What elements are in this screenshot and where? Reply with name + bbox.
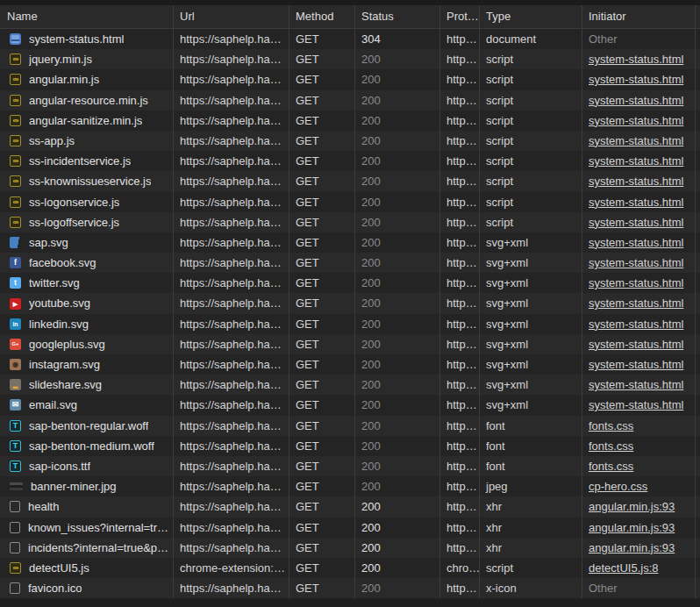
request-name: health [28, 496, 59, 517]
request-url: https://saphelp.ha… [173, 192, 289, 212]
initiator-link[interactable]: angular.min.js:93 [589, 541, 675, 554]
table-row[interactable]: t twitter.svg https://saphelp.ha… GET 20… [0, 273, 700, 293]
initiator-link[interactable]: system-status.html [589, 134, 683, 147]
name-cell: system-status.html [0, 29, 173, 49]
initiator-link[interactable]: system-status.html [589, 154, 683, 168]
initiator-cell: system-status.html [582, 192, 695, 212]
table-row[interactable]: «» ss-knownissueservice.js https://saphe… [0, 171, 700, 191]
column-header-type[interactable]: Type [479, 5, 582, 28]
column-header-initiator[interactable]: Initiator [582, 5, 695, 28]
request-status: 200 [354, 334, 439, 354]
request-status: 200 [354, 253, 439, 273]
initiator-link[interactable]: cp-hero.css [589, 480, 647, 493]
table-row[interactable]: «» ss-logoffservice.js https://saphelp.h… [0, 212, 700, 232]
table-row[interactable]: «» jquery.min.js https://saphelp.ha… GET… [0, 49, 700, 69]
initiator-link[interactable]: system-status.html [589, 73, 683, 86]
request-status: 200 [354, 293, 439, 313]
request-type: script [479, 192, 582, 212]
table-row[interactable]: «» ss-incidentservice.js https://saphelp… [0, 151, 700, 171]
column-header-name[interactable]: Name [0, 5, 173, 28]
initiator-link[interactable]: system-status.html [589, 216, 683, 229]
table-row[interactable]: health https://saphelp.ha… GET 200 http…… [0, 496, 700, 517]
initiator-link[interactable]: system-status.html [589, 236, 683, 249]
request-status: 200 [354, 90, 439, 111]
request-type: svg+xml [479, 253, 582, 273]
table-row[interactable]: T sap-icons.ttf https://saphelp.ha… GET … [0, 456, 700, 476]
row-stub [695, 49, 700, 69]
initiator-link[interactable]: angular.min.js:93 [589, 500, 675, 513]
initiator-link[interactable]: system-status.html [589, 53, 683, 66]
name-cell: in linkedin.svg [0, 314, 173, 334]
initiator-link[interactable]: system-status.html [589, 296, 683, 310]
request-type: script [479, 151, 582, 171]
request-name: ss-logonservice.js [29, 192, 119, 212]
table-row[interactable]: ▶ youtube.svg https://saphelp.ha… GET 20… [0, 293, 700, 313]
initiator-link[interactable]: system-status.html [589, 318, 683, 331]
table-row[interactable]: G+ googleplus.svg https://saphelp.ha… GE… [0, 334, 700, 354]
initiator-link[interactable]: system-status.html [589, 114, 683, 127]
request-name: angular-sanitize.min.js [29, 111, 142, 131]
table-row[interactable]: system-status.html https://saphelp.ha… G… [0, 29, 700, 49]
initiator-link[interactable]: detectUI5.js:8 [589, 561, 659, 575]
initiator-link[interactable]: system-status.html [589, 398, 683, 411]
instagram-favicon-icon: ◉ [10, 359, 21, 370]
table-row[interactable]: «» angular-resource.min.js https://saphe… [0, 90, 700, 111]
initiator-link[interactable]: system-status.html [589, 338, 683, 351]
script-file-icon: «» [10, 54, 21, 65]
table-row[interactable]: sap.svg https://saphelp.ha… GET 200 http… [0, 232, 700, 253]
table-row[interactable]: f facebook.svg https://saphelp.ha… GET 2… [0, 253, 700, 273]
table-row[interactable]: «» ss-logonservice.js https://saphelp.ha… [0, 192, 700, 212]
table-row[interactable]: «» angular-sanitize.min.js https://saphe… [0, 111, 700, 131]
column-header-url[interactable]: Url [173, 5, 289, 28]
request-type: script [479, 90, 582, 111]
request-protocol: http… [439, 212, 479, 232]
request-type: xhr [479, 518, 582, 538]
table-row[interactable]: known_issues?internal=tru… https://saphe… [0, 518, 700, 538]
initiator-link[interactable]: system-status.html [589, 196, 683, 209]
request-status: 200 [354, 131, 439, 151]
script-file-icon: «» [10, 562, 21, 574]
initiator-cell: Other [582, 29, 695, 49]
row-stub [695, 518, 700, 538]
request-method: GET [289, 518, 354, 538]
request-protocol: http… [439, 416, 479, 436]
initiator-link[interactable]: fonts.css [589, 439, 633, 453]
table-row[interactable]: T sap-benton-medium.woff https://saphelp… [0, 436, 700, 456]
name-cell: «» jquery.min.js [0, 49, 173, 69]
table-row[interactable]: favicon.ico https://saphelp.ha… GET 200 … [0, 578, 700, 598]
initiator-link[interactable]: system-status.html [589, 276, 683, 289]
initiator-link[interactable]: angular.min.js:93 [589, 521, 675, 534]
table-row[interactable]: ✉ email.svg https://saphelp.ha… GET 200 … [0, 395, 700, 415]
request-name: detectUI5.js [29, 558, 89, 578]
table-row[interactable]: «» angular.min.js https://saphelp.ha… GE… [0, 69, 700, 89]
table-row[interactable]: in linkedin.svg https://saphelp.ha… GET … [0, 314, 700, 334]
request-type: svg+xml [479, 395, 582, 415]
request-method: GET [289, 90, 354, 111]
request-url: https://saphelp.ha… [173, 253, 289, 273]
request-name: ss-incidentservice.js [29, 151, 131, 171]
initiator-link[interactable]: system-status.html [589, 175, 683, 188]
initiator-link[interactable]: fonts.css [589, 460, 633, 473]
name-cell: incidents?internal=true&p… [0, 538, 173, 558]
initiator-link[interactable]: system-status.html [589, 358, 683, 371]
column-header-protocol[interactable]: Prot… [439, 5, 479, 28]
initiator-link[interactable]: fonts.css [589, 419, 633, 432]
initiator-link[interactable]: system-status.html [589, 256, 683, 269]
table-row[interactable]: ◉ instagram.svg https://saphelp.ha… GET … [0, 354, 700, 375]
table-row[interactable]: «» detectUI5.js chrome-extension:… GET 2… [0, 558, 700, 578]
request-method: GET [289, 171, 354, 191]
table-row[interactable]: banner-miner.jpg https://saphelp.ha… GET… [0, 476, 700, 496]
initiator-link[interactable]: system-status.html [589, 378, 683, 391]
table-row[interactable]: ▂ slideshare.svg https://saphelp.ha… GET… [0, 375, 700, 395]
request-url: https://saphelp.ha… [173, 456, 289, 476]
column-header-status[interactable]: Status [354, 5, 439, 28]
column-header-method[interactable]: Method [289, 5, 354, 28]
table-row[interactable]: «» ss-app.js https://saphelp.ha… GET 200… [0, 131, 700, 151]
name-cell: t twitter.svg [0, 273, 173, 293]
request-method: GET [289, 192, 354, 212]
row-stub [695, 416, 700, 436]
initiator-link[interactable]: system-status.html [589, 94, 683, 107]
table-row[interactable]: incidents?internal=true&p… https://saphe… [0, 538, 700, 558]
row-stub [695, 212, 700, 232]
table-row[interactable]: T sap-benton-regular.woff https://saphel… [0, 416, 700, 436]
